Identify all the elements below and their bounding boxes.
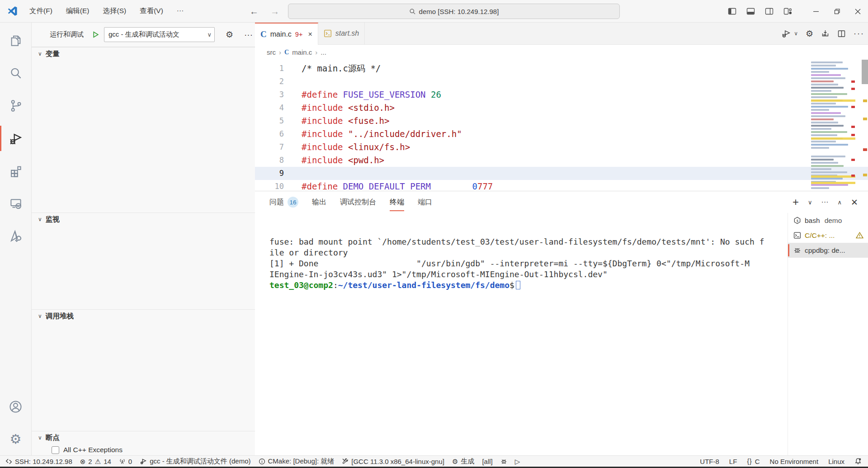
tab-problems[interactable]: 问题 16 bbox=[269, 191, 298, 213]
breadcrumb-symbol[interactable]: ... bbox=[321, 48, 326, 56]
tab-terminal[interactable]: 终端 bbox=[390, 191, 404, 213]
line-number: 3 bbox=[255, 88, 284, 101]
toggle-panel-icon[interactable] bbox=[746, 8, 755, 15]
menu-more[interactable]: ··· bbox=[177, 6, 184, 16]
menu-file[interactable]: 文件(F) bbox=[29, 6, 52, 16]
code-text: #include <pwd.h> bbox=[284, 154, 384, 167]
debug-settings-gear-icon[interactable]: ⚙ bbox=[226, 29, 233, 40]
tab-output[interactable]: 输出 bbox=[312, 191, 326, 213]
debug-more-actions-icon[interactable]: ··· bbox=[244, 30, 253, 40]
code-line[interactable]: 10#define DEMO_DEFAULT_PERM 0777 bbox=[255, 180, 868, 191]
section-label: 监视 bbox=[46, 215, 60, 224]
error-icon: ⊗ bbox=[80, 458, 86, 465]
os-indicator[interactable]: Linux bbox=[828, 458, 844, 465]
variables-body bbox=[32, 60, 255, 213]
section-variables[interactable]: ∨ 变量 bbox=[32, 47, 255, 60]
search-icon[interactable] bbox=[0, 57, 31, 90]
run-and-debug-icon[interactable] bbox=[0, 122, 31, 155]
notifications-bell-icon[interactable] bbox=[854, 458, 862, 465]
menu-selection[interactable]: 选择(S) bbox=[103, 6, 126, 16]
explorer-icon[interactable] bbox=[0, 24, 31, 57]
code-text: #define FUSE_USE_VERSION 26 bbox=[284, 88, 441, 101]
menu-view[interactable]: 查看(V) bbox=[140, 6, 163, 16]
tab-start-sh[interactable]: start.sh bbox=[318, 23, 365, 44]
new-terminal-icon[interactable]: + bbox=[793, 196, 799, 208]
cmake-debug-button[interactable] bbox=[500, 458, 507, 465]
customize-layout-icon[interactable] bbox=[783, 8, 792, 15]
section-watch[interactable]: ∨ 监视 bbox=[32, 213, 255, 226]
code-line[interactable]: 4#include <stdio.h> bbox=[255, 101, 868, 114]
section-call-stack[interactable]: ∨ 调用堆栈 bbox=[32, 309, 255, 322]
breadcrumb[interactable]: src › C main.c › ... bbox=[255, 45, 868, 60]
code-line[interactable]: 3#define FUSE_USE_VERSION 26 bbox=[255, 88, 868, 101]
forward-arrow-icon[interactable]: → bbox=[270, 6, 279, 17]
breakpoint-item[interactable]: All C++ Exceptions bbox=[52, 446, 255, 454]
settings-gear-icon[interactable]: ⚙ bbox=[806, 28, 813, 39]
split-editor-icon[interactable] bbox=[837, 29, 846, 38]
menu-edit[interactable]: 编辑(E) bbox=[66, 6, 90, 16]
tab-ports[interactable]: 端口 bbox=[418, 191, 432, 213]
terminal[interactable]: fuse: bad mount point `/home/students/te… bbox=[255, 213, 788, 455]
code-line[interactable]: 6#include "../include/ddriver.h" bbox=[255, 128, 868, 141]
code-text: #include <linux/fs.h> bbox=[284, 141, 410, 154]
restore-icon[interactable] bbox=[826, 0, 847, 23]
panel-more-actions-icon[interactable]: ··· bbox=[821, 198, 829, 206]
editor-scrollbar[interactable] bbox=[862, 60, 868, 84]
debug-config-dropdown[interactable]: gcc - 生成和调试活动文 ∨ bbox=[104, 27, 215, 42]
code-line[interactable]: 9 bbox=[255, 167, 868, 180]
run-or-debug-icon[interactable] bbox=[781, 28, 791, 38]
chevron-down-icon[interactable]: ∨ bbox=[808, 199, 812, 206]
close-icon[interactable] bbox=[847, 0, 868, 23]
terminal-item-bash[interactable]: $ bash demo bbox=[788, 213, 868, 228]
install-icon[interactable] bbox=[821, 29, 830, 38]
encoding-indicator[interactable]: UTF-8 bbox=[700, 458, 719, 465]
cmake-target-button[interactable]: [all] bbox=[482, 458, 492, 465]
close-panel-icon[interactable]: ✕ bbox=[851, 197, 858, 208]
command-center-search[interactable]: demo [SSH: 10.249.12.98] bbox=[288, 4, 620, 19]
section-breakpoints[interactable]: ∨ 断点 bbox=[32, 431, 255, 444]
accounts-icon[interactable] bbox=[0, 390, 31, 423]
code-line[interactable]: 1/* main.c源码 */ bbox=[255, 62, 868, 75]
checkbox[interactable] bbox=[52, 446, 59, 454]
code-line[interactable]: 7#include <linux/fs.h> bbox=[255, 141, 868, 154]
more-actions-icon[interactable]: ··· bbox=[854, 29, 864, 38]
terminal-item-cppdbg[interactable]: cppdbg: de... bbox=[788, 243, 868, 258]
extensions-icon[interactable] bbox=[0, 155, 31, 187]
cmake-launch-button[interactable]: ▷ bbox=[515, 458, 520, 465]
cmake-status-indicator[interactable]: CMake: [Debug]: 就绪 bbox=[259, 457, 335, 466]
breadcrumb-src[interactable]: src bbox=[267, 48, 276, 56]
ports-indicator[interactable]: 0 bbox=[119, 458, 132, 465]
tab-main-c[interactable]: C main.c 9+ × bbox=[255, 23, 318, 45]
cmake-kit-indicator[interactable]: [GCC 11.3.0 x86_64-linux-gnu] bbox=[342, 458, 444, 465]
search-icon bbox=[409, 8, 416, 15]
code-line[interactable]: 2 bbox=[255, 75, 868, 88]
code-editor[interactable]: 1/* main.c源码 */23#define FUSE_USE_VERSIO… bbox=[255, 60, 868, 191]
source-control-icon[interactable] bbox=[0, 90, 31, 122]
line-number: 5 bbox=[255, 114, 284, 128]
maximize-panel-icon[interactable]: ∧ bbox=[838, 199, 842, 206]
minimize-icon[interactable] bbox=[806, 0, 826, 23]
terminal-item-cpp[interactable]: C/C++: ... bbox=[788, 228, 868, 243]
close-icon[interactable]: × bbox=[308, 30, 312, 38]
toggle-secondary-sidebar-icon[interactable] bbox=[765, 8, 774, 15]
back-arrow-icon[interactable]: ← bbox=[250, 6, 259, 17]
language-indicator[interactable]: {} C bbox=[747, 458, 760, 465]
toggle-sidebar-icon[interactable] bbox=[728, 8, 736, 15]
problems-indicator[interactable]: ⊗ 2 ⚠ 14 bbox=[80, 458, 111, 465]
code-text: #include "../include/ddriver.h" bbox=[284, 128, 462, 141]
environment-indicator[interactable]: No Environment bbox=[770, 458, 819, 465]
cmake-icon[interactable] bbox=[0, 220, 31, 252]
breadcrumb-file[interactable]: main.c bbox=[292, 48, 312, 56]
tab-debug-console[interactable]: 调试控制台 bbox=[340, 191, 376, 213]
code-line[interactable]: 8#include <pwd.h> bbox=[255, 154, 868, 167]
start-debug-icon[interactable] bbox=[92, 31, 99, 38]
remote-explorer-icon[interactable] bbox=[0, 187, 31, 220]
chevron-down-icon[interactable]: ∨ bbox=[794, 30, 798, 37]
eol-indicator[interactable]: LF bbox=[729, 458, 737, 465]
code-line[interactable]: 5#include <fuse.h> bbox=[255, 114, 868, 128]
debug-config-indicator[interactable]: gcc - 生成和调试活动文件 (demo) bbox=[140, 457, 250, 466]
remote-indicator[interactable]: SSH: 10.249.12.98 bbox=[5, 458, 72, 465]
minimap[interactable] bbox=[811, 61, 855, 189]
settings-gear-icon[interactable]: ⚙ bbox=[0, 423, 31, 455]
cmake-build-button[interactable]: ⚙ 生成 bbox=[452, 457, 474, 466]
